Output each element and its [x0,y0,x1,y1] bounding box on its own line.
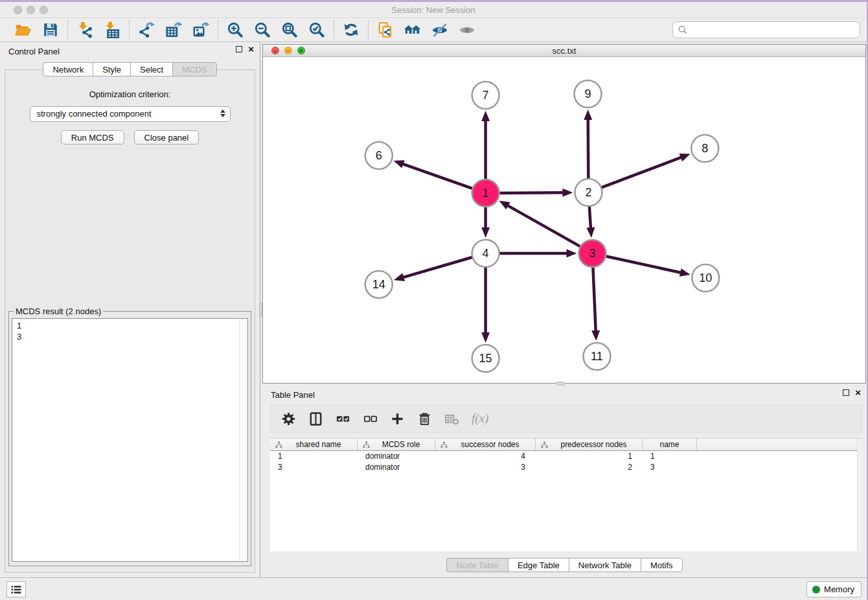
graph-edge-4-14[interactable] [394,257,475,281]
column-header-shared-name[interactable]: shared name [270,439,358,450]
import-network-icon[interactable] [76,21,94,39]
graph-edge-2-8[interactable] [599,154,691,189]
column-header-name[interactable]: name [643,439,697,450]
column-header-successor-nodes[interactable]: successor nodes [435,439,536,450]
table-scrollbar[interactable] [857,439,862,551]
table-settings-icon[interactable] [281,411,296,426]
column-header-predecessor-nodes[interactable]: predecessor nodes [536,439,643,450]
network-title: scc.txt [263,46,865,56]
table-cell[interactable]: 3 [643,462,697,473]
export-image-icon[interactable] [192,21,210,39]
optimization-criterion-label: Optimization criterion: [5,89,255,99]
control-panel-header: Control Panel [0,42,260,60]
graph-node-4[interactable]: 4 [472,240,499,267]
graph-edge-1-7[interactable] [481,111,490,181]
table-row[interactable]: 3dominator323 [270,462,862,473]
add-icon[interactable] [390,411,405,426]
node-label: 6 [376,149,382,162]
close-table-panel-icon[interactable] [855,389,861,396]
graph-node-1[interactable]: 1 [472,179,499,207]
network-view-frame: scc.txt 7968124314101511 [262,44,866,384]
table-cell[interactable]: 1 [536,451,643,462]
graph-node-3[interactable]: 3 [578,240,606,267]
graph-node-7[interactable]: 7 [472,82,499,109]
duplicate-network-icon[interactable] [376,21,394,39]
float-panel-icon[interactable] [236,46,242,52]
network-frame-titlebar[interactable]: scc.txt [263,45,865,57]
save-session-icon[interactable] [41,21,60,39]
select-all-icon[interactable] [336,411,350,426]
table-cell[interactable]: 3 [435,462,536,473]
tab-edge-table[interactable]: Edge Table [508,558,569,572]
tab-node-table[interactable]: Node Table [446,558,508,572]
close-panel-button[interactable]: Close panel [134,130,200,144]
table-cell[interactable]: 1 [270,451,358,462]
export-table-icon[interactable] [165,21,183,39]
refresh-icon[interactable] [342,21,360,39]
graph-node-14[interactable]: 14 [365,271,393,298]
window-title: Session: New Session [0,5,867,15]
close-panel-icon[interactable] [248,46,254,52]
mcds-result-box[interactable]: 13 [12,318,248,562]
float-table-panel-icon[interactable] [843,389,849,396]
hide-panel-icon[interactable] [431,21,449,39]
graph-node-8[interactable]: 8 [691,135,718,162]
optimization-criterion-select[interactable]: strongly connected component [30,106,231,122]
graph-edge-3-1[interactable] [499,201,582,248]
graph-edge-3-11[interactable] [591,265,600,341]
table-cell[interactable]: 4 [435,451,536,462]
table-tabs: Node TableEdge TableNetwork TableMotifs [262,558,867,572]
network-canvas[interactable]: 7968124314101511 [263,57,865,383]
tab-network[interactable]: Network [43,62,93,76]
graph-node-10[interactable]: 10 [692,264,719,292]
zoom-in-icon[interactable] [226,21,244,39]
graph-node-2[interactable]: 2 [575,179,602,206]
run-mcds-button[interactable]: Run MCDS [61,130,124,144]
export-network-icon[interactable] [137,21,155,39]
zoom-selected-icon[interactable] [308,21,326,39]
table-cell[interactable]: 1 [643,451,697,462]
memory-button[interactable]: Memory [806,581,862,597]
result-scrollbar[interactable] [239,319,247,561]
show-columns-icon[interactable] [308,411,323,426]
graph-edge-4-3[interactable] [497,249,577,258]
graph-edge-4-15[interactable] [481,265,490,343]
table-cell[interactable]: dominator [358,451,435,462]
search-input[interactable] [688,23,855,36]
table-row[interactable]: 1dominator411 [270,451,862,462]
split-divider-handle[interactable] [259,303,262,317]
table-cell[interactable]: dominator [358,462,435,473]
graph-node-9[interactable]: 9 [574,80,601,108]
tab-style[interactable]: Style [93,62,130,76]
column-tree-icon [275,441,282,448]
graph-node-11[interactable]: 11 [583,343,610,370]
graph-node-15[interactable]: 15 [472,345,499,372]
graph-edge-2-3[interactable] [586,204,595,238]
table-cell[interactable]: 2 [536,462,643,473]
column-header-mcds-role[interactable]: MCDS role [358,439,435,450]
optimization-criterion-value: strongly connected component [37,109,152,119]
open-file-icon[interactable] [14,21,32,39]
task-history-button[interactable] [6,581,26,597]
home-icon[interactable] [404,21,422,39]
memory-label: Memory [824,584,854,594]
import-table-icon[interactable] [103,21,121,39]
tab-select[interactable]: Select [130,62,172,76]
function-builder-icon: f(x) [472,411,488,426]
tab-motifs[interactable]: Motifs [641,558,683,572]
tab-network-table[interactable]: Network Table [569,558,641,572]
mcds-panel: Optimization criterion: strongly connect… [5,69,255,573]
graph-edge-3-10[interactable] [604,256,691,277]
zoom-fit-icon[interactable] [280,21,299,39]
node-label: 2 [585,186,591,199]
zoom-out-icon[interactable] [253,21,271,39]
delete-icon[interactable] [417,411,432,426]
tab-mcds[interactable]: MCDS [172,62,216,76]
graph-edge-1-2[interactable] [497,189,573,197]
graph-edge-2-9[interactable] [584,110,592,181]
graph-edge-1-4[interactable] [481,205,490,238]
graph-node-6[interactable]: 6 [365,142,393,169]
deselect-all-icon[interactable] [363,411,378,426]
graph-edge-1-6[interactable] [393,160,474,189]
table-cell[interactable]: 3 [270,462,358,473]
